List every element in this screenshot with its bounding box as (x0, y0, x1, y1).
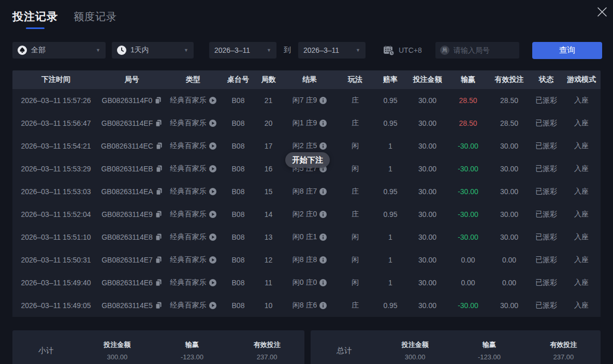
play-icon[interactable] (209, 234, 216, 241)
info-icon[interactable] (319, 302, 327, 309)
play-icon[interactable] (209, 165, 216, 172)
subtotal-valid-group: 有效投注 237.00 (229, 340, 304, 361)
copy-icon[interactable] (155, 97, 162, 104)
bet-records-table: 下注时间局号类型桌台号局数结果玩法赔率投注金额输赢有效投注状态游戏模式 2026… (12, 70, 601, 317)
result-cell: 闲8 庄6 (283, 301, 337, 310)
chevron-down-icon: ▼ (352, 48, 360, 53)
game-type-cell: 经典百家乐 (164, 187, 222, 196)
status-cell: 已派彩 (530, 119, 562, 128)
result-cell: 闲8 庄8 (283, 255, 337, 265)
info-icon[interactable] (319, 120, 327, 127)
round-badge-icon: 局 (440, 46, 449, 55)
mode-cell: 入座 (562, 278, 601, 287)
mode-cell: 入座 (562, 255, 601, 265)
tab-bet-records-label: 投注记录 (12, 10, 58, 22)
win-loss-cell: 28.50 (448, 119, 488, 127)
valid-bet-cell: 30.00 (488, 233, 530, 241)
copy-icon[interactable] (156, 165, 163, 172)
info-icon[interactable] (319, 256, 327, 264)
status-cell: 已派彩 (530, 141, 562, 151)
round-search-input[interactable] (454, 46, 515, 54)
win-loss-cell: -30.00 (448, 165, 488, 173)
result-cell: 闲2 庄0 (283, 210, 337, 219)
valid-bet-cell: 30.00 (488, 165, 530, 173)
info-icon[interactable] (319, 211, 327, 218)
valid-bet-cell: 30.00 (488, 301, 530, 310)
round-id-cell: GB08263114EB (99, 165, 164, 173)
table-row: 2026–03–11 15:52:04 GB08263114E9 经典百家乐 B… (12, 203, 601, 226)
copy-icon[interactable] (155, 120, 162, 127)
bet-time-cell: 2026–03–11 15:50:31 (12, 256, 99, 264)
win-loss-cell: -30.00 (448, 210, 488, 219)
play-icon[interactable] (209, 302, 216, 309)
play-icon[interactable] (209, 188, 216, 195)
mode-cell: 入座 (562, 119, 601, 128)
copy-icon[interactable] (155, 211, 162, 218)
round-no-cell: 13 (254, 233, 283, 241)
info-icon[interactable] (319, 188, 327, 195)
copy-icon[interactable] (155, 234, 162, 241)
spade-circle-icon (18, 46, 27, 55)
odds-cell: 0.95 (374, 96, 407, 105)
play-icon[interactable] (209, 97, 216, 104)
subtotal-label: 小计 (12, 346, 80, 356)
query-button[interactable]: 查询 (532, 42, 602, 59)
tab-bar: 投注记录 额度记录 (12, 9, 117, 29)
copy-icon[interactable] (156, 188, 163, 195)
table-no-cell: B08 (222, 96, 254, 105)
copy-icon[interactable] (155, 256, 162, 264)
info-icon[interactable] (319, 142, 327, 150)
round-no-cell: 14 (254, 210, 283, 219)
table-no-cell: B08 (222, 210, 254, 219)
subtotal-winloss-group: 输赢 -123.00 (155, 340, 230, 361)
table-no-cell: B08 (222, 279, 254, 287)
play-icon[interactable] (209, 256, 216, 264)
round-id-cell: GB08263114EC (99, 142, 164, 150)
play-icon[interactable] (209, 142, 216, 150)
tab-quota-records[interactable]: 额度记录 (74, 9, 117, 24)
total-valid-group: 有效投注 237.00 (527, 340, 601, 361)
table-row: 2026–03–11 15:51:10 GB08263114E8 经典百家乐 B… (12, 226, 601, 249)
odds-cell: 1 (374, 233, 407, 241)
copy-icon[interactable] (155, 279, 162, 286)
bet-amount-cell: 30.00 (407, 142, 448, 150)
round-search-field[interactable]: 局 (435, 42, 519, 59)
bet-time-cell: 2026–03–11 15:52:04 (12, 210, 99, 219)
table-no-cell: B08 (222, 301, 254, 310)
play-icon[interactable] (209, 279, 216, 286)
column-header: 局号 (99, 75, 164, 84)
info-icon[interactable] (319, 97, 327, 104)
total-valid-label: 有效投注 (527, 340, 601, 350)
info-icon[interactable] (319, 279, 327, 286)
column-header: 局数 (254, 75, 283, 84)
status-cell: 已派彩 (530, 232, 562, 242)
round-no-cell: 12 (254, 256, 283, 264)
copy-icon[interactable] (156, 142, 163, 150)
date-from-select[interactable]: 2026–3–11 ▼ (209, 42, 276, 59)
date-to-select[interactable]: 2026–3–11 ▼ (298, 42, 366, 59)
play-icon[interactable] (209, 120, 216, 127)
copy-icon[interactable] (155, 302, 162, 309)
info-icon[interactable] (319, 234, 327, 241)
valid-bet-cell: 28.50 (488, 119, 530, 127)
bet-time-cell: 2026–03–11 15:53:29 (12, 165, 99, 173)
mode-cell: 入座 (562, 232, 601, 242)
game-type-cell: 经典百家乐 (164, 96, 222, 105)
table-row: 2026–03–11 15:56:47 GB08263114EF 经典百家乐 B… (12, 112, 601, 135)
game-type-select[interactable]: 全部 ▼ (12, 42, 106, 59)
win-loss-cell: -30.00 (448, 142, 488, 150)
result-cell: 闲8 庄7 (283, 187, 337, 196)
game-type-cell: 经典百家乐 (164, 278, 222, 287)
column-header: 游戏模式 (562, 75, 601, 84)
tab-bet-records[interactable]: 投注记录 (12, 9, 58, 29)
odds-cell: 0.95 (374, 119, 407, 127)
total-bet-value: 300.00 (378, 353, 452, 361)
round-id-cell: GB08263114EA (99, 187, 164, 196)
odds-cell: 0.95 (374, 210, 407, 219)
timezone-display[interactable]: UTC+8 (383, 45, 422, 56)
play-cell: 闲 (337, 255, 374, 265)
time-range-select[interactable]: 1天内 ▼ (112, 42, 194, 59)
odds-cell: 0.95 (374, 187, 407, 196)
play-icon[interactable] (209, 211, 216, 218)
close-icon[interactable] (595, 5, 609, 19)
